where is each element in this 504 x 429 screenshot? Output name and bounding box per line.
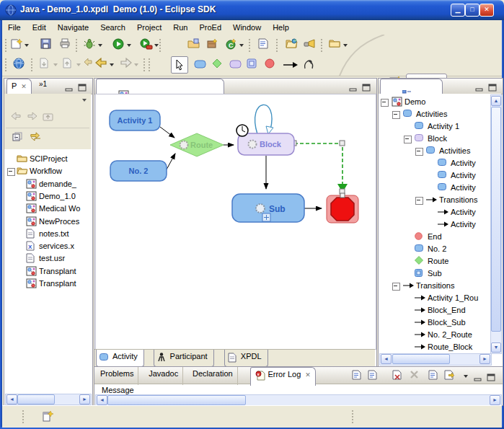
tree-item-block-end[interactable]: Block_End	[379, 305, 501, 317]
tree-item-workflow[interactable]: Workflow	[4, 166, 91, 177]
bottom-tab-declaration[interactable]: Declaration	[188, 367, 238, 385]
expander-minus-icon[interactable]	[392, 283, 400, 291]
bottom-tab-javadoc[interactable]: Javadoc	[144, 367, 183, 385]
new-wizard-button-dropdown-icon[interactable]	[25, 44, 29, 47]
tree-item-transplant[interactable]: Transplant	[4, 266, 91, 278]
menu-window[interactable]: Window	[227, 21, 267, 33]
tree-item-block[interactable]: Block	[379, 133, 501, 145]
node-no2[interactable]: No. 2	[110, 161, 167, 181]
last-edit-location-button[interactable]	[328, 37, 342, 52]
errorlog-minimize-icon[interactable]	[474, 371, 484, 380]
external-tools-button-dropdown-icon[interactable]	[154, 44, 159, 47]
tree-item-transitions[interactable]: Transitions	[379, 195, 501, 206]
menu-edit[interactable]: Edit	[27, 21, 52, 33]
editor-maximize-icon[interactable]	[362, 81, 372, 90]
node-activity1[interactable]: Activity 1	[110, 110, 160, 131]
outline-vscrollbar[interactable]: ▲ ▼	[490, 94, 502, 354]
scroll-left-icon[interactable]: ◄	[97, 395, 107, 405]
tree-item-notes-txt[interactable]: notes.txt	[4, 229, 91, 240]
palette-route-tool[interactable]	[210, 56, 226, 72]
forward-button-dropdown-icon[interactable]	[134, 63, 138, 66]
new-java-project-button[interactable]	[187, 37, 201, 52]
run-button-dropdown-icon[interactable]	[127, 44, 131, 47]
navigator-back-button[interactable]	[10, 111, 25, 125]
tree-item-activity[interactable]: Activity	[379, 207, 501, 218]
open-type-button[interactable]	[257, 37, 272, 52]
restore-log-button[interactable]	[443, 369, 458, 384]
close-button[interactable]: ✕	[479, 4, 494, 17]
palette-select-tool[interactable]	[171, 56, 188, 74]
scroll-right-icon[interactable]: ►	[479, 354, 490, 364]
maximize-button[interactable]: □	[465, 4, 479, 17]
new-wizard-button[interactable]	[9, 37, 24, 52]
tab-overflow-badge[interactable]: »1	[39, 80, 47, 88]
debug-button[interactable]	[83, 37, 97, 52]
navigator-tab-close-icon[interactable]: ✕	[21, 83, 27, 90]
node-sub[interactable]: Sub	[232, 194, 304, 222]
node-route[interactable]: Route	[170, 133, 224, 156]
navigator-up-button[interactable]	[42, 111, 56, 125]
outline-minimize-icon[interactable]	[475, 81, 485, 90]
eclipse-app-icon[interactable]	[5, 4, 17, 16]
print-button[interactable]	[58, 37, 73, 52]
bottom-tab-close-icon[interactable]: ✕	[305, 371, 311, 379]
external-tools-button[interactable]	[139, 37, 154, 52]
outline-maximize-icon[interactable]	[488, 81, 498, 90]
workflow-canvas[interactable]: Activity 1 No. 2 Route Block	[95, 94, 376, 350]
scroll-left-icon[interactable]: ◄	[6, 394, 17, 404]
previous-annotation-button-dropdown-icon[interactable]	[76, 63, 81, 66]
delete-log-button[interactable]	[392, 369, 406, 384]
next-annotation-button[interactable]	[38, 57, 53, 71]
palette-transition-tool[interactable]	[280, 56, 296, 72]
tree-item-activity[interactable]: Activity	[379, 170, 501, 182]
expander-minus-icon[interactable]	[404, 136, 412, 143]
column-header-message[interactable]: Message	[102, 386, 134, 394]
outline-hscrollbar[interactable]: ◄ ►	[379, 353, 492, 366]
scroll-thumb[interactable]	[107, 395, 246, 405]
expander-minus-icon[interactable]	[392, 111, 400, 119]
tree-item-newproces[interactable]: NewProces	[4, 216, 91, 228]
tree-item-demo-1-0[interactable]: Demo_1.0	[4, 191, 91, 203]
new-class-button-dropdown-icon[interactable]	[239, 44, 244, 47]
scroll-right-icon[interactable]: ►	[79, 394, 90, 404]
search-button[interactable]	[303, 37, 317, 52]
scroll-right-icon[interactable]: ►	[490, 395, 500, 405]
menu-search[interactable]: Search	[94, 21, 131, 33]
last-edit-location-button-dropdown-icon[interactable]	[343, 44, 348, 47]
tree-item-no-2-route[interactable]: No. 2_Route	[379, 330, 501, 341]
expander-minus-icon[interactable]	[7, 168, 15, 176]
tree-item-block-sub[interactable]: Block_Sub	[379, 317, 501, 329]
page-tab-participant[interactable]: Participant	[154, 350, 214, 367]
palette-activity-tool[interactable]	[192, 56, 208, 72]
back-button[interactable]	[94, 57, 109, 71]
menu-run[interactable]: Run	[167, 21, 193, 33]
tree-item-route-block[interactable]: Route_Block	[379, 342, 501, 353]
transition-block-end-selected[interactable]	[294, 143, 342, 185]
open-browser-button[interactable]	[12, 57, 27, 71]
tree-item-transplant[interactable]: Transplant	[4, 278, 91, 290]
new-package-button[interactable]	[205, 37, 220, 52]
minimize-button[interactable]: ▁	[451, 4, 465, 17]
tree-item-demande-[interactable]: demande_	[4, 179, 91, 190]
tree-item-activity[interactable]: Activity	[379, 219, 501, 231]
tree-item-activities[interactable]: Activities	[379, 146, 501, 157]
bottom-hscrollbar[interactable]: ◄ ►	[95, 394, 502, 406]
navigator-forward-button[interactable]	[26, 111, 40, 125]
palette-subflow-tool[interactable]	[244, 56, 260, 72]
tree-item-activities[interactable]: Activities	[379, 109, 501, 120]
expand-plus-icon[interactable]	[262, 213, 270, 221]
forward-button[interactable]	[119, 57, 133, 71]
tree-item-test-usr[interactable]: test.usr	[4, 253, 91, 265]
expander-minus-icon[interactable]	[415, 148, 423, 156]
tree-item-sub[interactable]: Sub	[379, 268, 501, 280]
import-log-button[interactable]	[367, 369, 381, 384]
collapse-all-button[interactable]	[12, 131, 26, 146]
tree-item-transitions[interactable]: Transitions	[379, 280, 501, 292]
transition-activity1-route[interactable]	[160, 127, 174, 138]
tree-item-activity[interactable]: Activity	[379, 158, 501, 169]
debug-button-dropdown-icon[interactable]	[98, 44, 102, 47]
selection-handle[interactable]	[340, 193, 345, 198]
navigator-maximize-icon[interactable]	[78, 81, 88, 90]
errorlog-maximize-icon[interactable]	[487, 371, 497, 380]
previous-annotation-button[interactable]	[61, 57, 76, 71]
